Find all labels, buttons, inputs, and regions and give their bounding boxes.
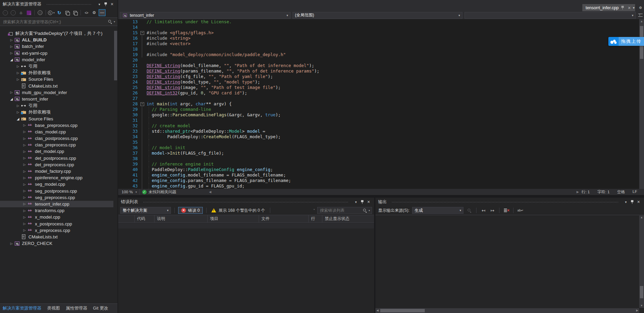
code-line-17[interactable]: 17#include <vector> <box>118 41 639 47</box>
fold-marker[interactable] <box>138 30 147 36</box>
properties-icon[interactable]: ⚙ <box>91 9 98 16</box>
code-area[interactable]: 13// limitations under the License.1415#… <box>118 19 639 189</box>
code-line-32[interactable]: 32 // create model <box>118 123 639 129</box>
expand-icon[interactable]: ▷ <box>9 51 14 55</box>
expand-icon[interactable]: ▷ <box>22 209 27 212</box>
tab-options-icon[interactable]: ⚙ <box>638 5 643 10</box>
preview-selected-items-icon[interactable]: — <box>99 9 106 16</box>
code-line-31[interactable]: 31 <box>118 118 639 123</box>
tree-item-model_factory.cpp[interactable]: ▷model_factory.cpp <box>0 168 113 174</box>
tree-item-seg_preprocess.cpp[interactable]: ▷seg_preprocess.cpp <box>0 194 113 201</box>
word-wrap-icon[interactable]: ab↵ <box>517 207 523 213</box>
properties-window-icon[interactable] <box>72 9 78 16</box>
code-line-16[interactable]: 16#include <string> <box>118 36 639 41</box>
code-line-33[interactable]: 33 std::shared_ptr<PaddleDeploy::Model> … <box>118 129 639 134</box>
expand-icon[interactable]: ▷ <box>15 71 21 75</box>
search-options-icon[interactable]: ▾ <box>369 209 370 212</box>
member-dropdown[interactable]: ▾ <box>465 12 636 19</box>
messages-toggle-icon[interactable]: ” <box>313 208 315 212</box>
output-log[interactable] <box>375 216 639 308</box>
scroll-up-icon[interactable]: ▲ <box>639 216 644 220</box>
sync-with-active-document-icon[interactable]: ↻ <box>56 9 63 16</box>
split-editor-icon[interactable] <box>638 13 643 18</box>
column-header-禁止显示状态[interactable]: 禁止显示状态 <box>322 215 374 222</box>
time-filter-icon[interactable]: ▾ <box>48 9 55 16</box>
goto-previous-message-icon[interactable]: ↤ <box>480 207 486 213</box>
document-tab[interactable]: tensorrt_infer.cpp × <box>582 4 635 11</box>
column-header-代码[interactable]: 代码 <box>135 215 154 222</box>
code-line-38[interactable]: 38 <box>118 156 639 161</box>
project-dropdown[interactable]: tensorrt_infer ▾ <box>120 12 290 19</box>
zoom-control[interactable]: 100 % ▾ <box>120 190 138 194</box>
warnings-filter-button[interactable]: 展示 168 个警告中的 0 个 <box>210 208 267 213</box>
expand-icon[interactable]: ▷ <box>22 150 27 153</box>
code-line-14[interactable]: 14 <box>118 25 639 30</box>
home-icon[interactable]: ⌂ <box>17 9 24 16</box>
expand-icon[interactable]: ▷ <box>22 229 27 232</box>
expand-icon[interactable]: ▷ <box>22 183 27 186</box>
expand-icon[interactable]: ▷ <box>9 91 14 94</box>
tree-item-batch_infer[interactable]: ▷batch_infer <box>0 43 113 50</box>
tool-tab-Git 更改[interactable]: Git 更改 <box>93 305 108 311</box>
column-header-行[interactable]: 行 <box>309 215 322 222</box>
status-item-3[interactable]: LF <box>633 190 637 195</box>
expand-icon[interactable]: ▷ <box>9 45 14 48</box>
tree-item-det_preprocess.cpp[interactable]: ▷det_preprocess.cpp <box>0 161 113 168</box>
expand-icon[interactable]: ▷ <box>9 38 14 42</box>
collapse-all-icon[interactable] <box>64 9 71 16</box>
output-horizontal-scrollbar[interactable]: ◀ ▶ <box>375 308 639 313</box>
expand-icon[interactable]: ▷ <box>15 65 21 68</box>
tree-item--[interactable]: ▷引用 <box>0 63 113 69</box>
tree-item-seg_model.cpp[interactable]: ▷seg_model.cpp <box>0 181 113 187</box>
solution-tree-scrollbar[interactable] <box>114 30 117 302</box>
tree-item-x_preprocess.cpp[interactable]: ▷x_preprocess.cpp <box>0 227 113 234</box>
goto-next-message-icon[interactable]: ↦ <box>489 207 495 213</box>
tree-item--paddledeploy-7-7-[interactable]: 解决方案"PaddleDeploy"(7 个项目，共 7 个) <box>0 30 113 37</box>
tree-item-x_postprocess.cpp[interactable]: ▷x_postprocess.cpp <box>0 220 113 227</box>
code-line-13[interactable]: 13// limitations under the License. <box>118 19 639 25</box>
column-header-说明[interactable]: 说明 <box>154 215 208 222</box>
expand-icon[interactable]: ▷ <box>15 104 21 107</box>
switch-views-icon[interactable] <box>25 9 32 16</box>
code-line-41[interactable]: 41 engine_config.model_filename = FLAGS_… <box>118 172 639 178</box>
scrollbar-thumb[interactable] <box>380 309 425 312</box>
tree-item--[interactable]: ▷引用 <box>0 102 113 109</box>
tree-item-multi_gpu_model_infer[interactable]: ▷multi_gpu_model_infer <box>0 89 113 96</box>
expand-icon[interactable]: ▷ <box>22 130 27 133</box>
pin-icon[interactable] <box>104 2 107 6</box>
hscroll-left-icon[interactable]: ◀ <box>209 190 211 194</box>
expand-icon[interactable]: ▷ <box>22 222 27 225</box>
expand-icon[interactable]: ▷ <box>22 143 27 147</box>
tree-item-zero_check[interactable]: ▷ZERO_CHECK <box>0 240 113 247</box>
tool-tab-属性管理器[interactable]: 属性管理器 <box>66 305 87 311</box>
tree-item-transforms.cpp[interactable]: ▷transforms.cpp <box>0 207 113 214</box>
tree-item-det_postprocess.cpp[interactable]: ▷det_postprocess.cpp <box>0 155 113 161</box>
tree-item-source-files[interactable]: ▷Source Files <box>0 76 113 82</box>
column-header-文件[interactable]: 文件 <box>259 215 309 222</box>
expand-icon[interactable]: ▷ <box>15 78 21 81</box>
tree-item-cmakelists.txt[interactable]: CMakeLists.txt <box>0 83 113 89</box>
errors-filter-button[interactable]: × 错误 0 <box>178 207 203 214</box>
tree-item-ext-yaml-cpp[interactable]: ▷ext-yaml-cpp <box>0 50 113 56</box>
code-line-24[interactable]: 24DEFINE_string(model_type, "", "model t… <box>118 79 639 85</box>
scroll-down-icon[interactable]: ▼ <box>639 304 644 308</box>
code-line-27[interactable]: 27 <box>118 96 639 101</box>
code-line-28[interactable]: 28int main(int argc, char** argv) { <box>118 101 639 107</box>
search-options-icon[interactable]: ▾ <box>114 20 115 23</box>
code-line-22[interactable]: 22DEFINE_string(params_filename, "", "Pa… <box>118 68 639 74</box>
error-scope-dropdown[interactable]: 整个解决方案 ▾ <box>120 207 171 214</box>
scroll-up-icon[interactable]: ▲ <box>639 19 644 24</box>
code-line-42[interactable]: 42 engine_config.params_filename = FLAGS… <box>118 178 639 183</box>
tree-item-model_infer[interactable]: ◢model_infer <box>0 56 113 63</box>
collapse-region-icon[interactable] <box>140 102 144 106</box>
scrollbar-thumb[interactable] <box>640 286 643 298</box>
pin-icon[interactable] <box>361 200 364 204</box>
expand-icon[interactable]: ▷ <box>15 110 21 114</box>
find-message-icon[interactable] <box>466 207 472 213</box>
window-position-icon[interactable]: ▾ <box>623 199 629 205</box>
code-line-21[interactable]: 21DEFINE_string(model_filename, "", "Pat… <box>118 63 639 68</box>
code-line-43[interactable]: 43 engine_config.gpu_id = FLAGS_gpu_id; <box>118 183 639 189</box>
window-position-icon[interactable]: ▾ <box>353 199 359 205</box>
tree-item-tensorrt_infer.cpp[interactable]: ▷tensorrt_infer.cpp <box>0 201 113 207</box>
expand-icon[interactable]: ▷ <box>22 202 27 206</box>
